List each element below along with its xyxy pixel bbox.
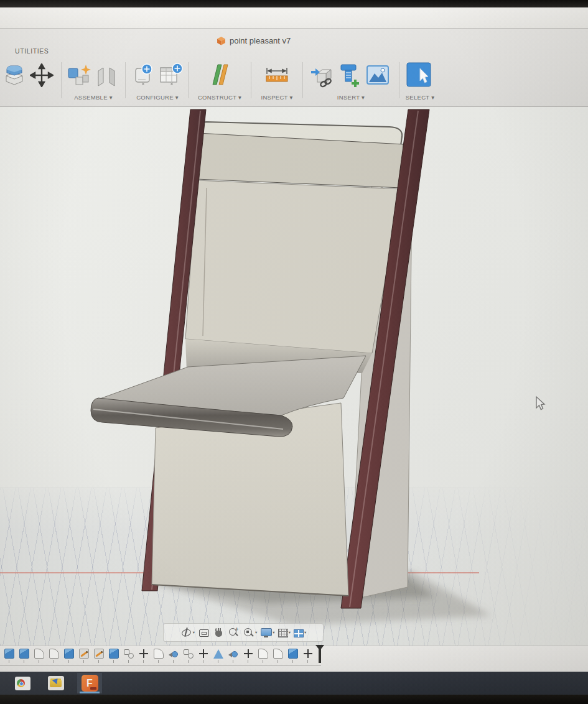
orbit-tool[interactable]: ▾ [180, 627, 195, 639]
dropdown-caret-icon[interactable]: ▾ [193, 631, 195, 635]
timeline-tick [24, 660, 24, 663]
os-taskbar: F [0, 672, 588, 695]
pan-icon [213, 627, 225, 639]
timeline-feature-move[interactable] [198, 649, 208, 663]
grid-icon [278, 629, 288, 637]
layout-grid-tool[interactable]: ▾ [278, 628, 291, 637]
timeline-feature-revolve[interactable] [168, 649, 179, 663]
timeline-playhead[interactable] [319, 649, 321, 663]
zoom-tool[interactable] [228, 627, 240, 639]
toolbar-group-insert: INSERT ▾ [305, 60, 397, 103]
dropdown-caret-icon[interactable]: ▾ [289, 631, 291, 635]
timeline-feature-move[interactable] [243, 649, 253, 663]
configure-menu[interactable]: CONFIGURE ▾ [128, 94, 187, 101]
fusion-360-app-taskbar-button[interactable]: F [77, 673, 102, 693]
timeline-feature-pattern[interactable] [123, 649, 134, 663]
dropdown-caret-icon[interactable]: ▾ [273, 631, 274, 635]
timeline-tick [203, 660, 203, 663]
insert-fastener-icon[interactable] [338, 62, 361, 88]
display-settings-tool[interactable]: ▾ [260, 627, 274, 639]
timeline-feature-fillet[interactable] [153, 649, 164, 663]
fit-tool[interactable]: ▾ [243, 627, 257, 639]
timeline-tick [113, 660, 114, 663]
sketch-feature-icon [79, 649, 89, 659]
timeline-tick [248, 660, 248, 663]
insert-menu[interactable]: INSERT ▾ [305, 94, 397, 101]
pattern-feature-icon [124, 649, 134, 659]
insert-derive-icon[interactable] [310, 65, 335, 90]
timeline-feature-extrude[interactable] [4, 649, 14, 663]
timeline-tick [263, 660, 263, 663]
file-manager-app-taskbar-button[interactable] [44, 673, 68, 693]
fillet-feature-icon [258, 649, 268, 659]
app-letter: F [86, 679, 93, 688]
timeline-feature-sketch[interactable] [93, 649, 104, 663]
timeline-feature-pattern[interactable] [183, 649, 194, 663]
toolbar-group-select: SELECT ▾ [401, 60, 439, 103]
timeline-tick [54, 660, 54, 663]
document-title[interactable]: point pleasant v7 [217, 36, 291, 45]
fillet-feature-icon [34, 649, 44, 659]
timeline-feature-move[interactable] [302, 649, 313, 663]
timeline-tick [233, 660, 233, 663]
fillet-feature-icon [49, 649, 59, 659]
chrome-app-taskbar-button[interactable] [10, 673, 35, 693]
construct-menu[interactable]: CONSTRUCT ▾ [190, 94, 249, 101]
timeline-feature-sketch[interactable] [78, 649, 89, 663]
timeline-tick [39, 660, 39, 663]
view-navigation-bar: ▾▾▾▾▾ [163, 623, 324, 642]
timeline-feature-extrude[interactable] [19, 649, 29, 663]
select-tool-icon[interactable] [406, 62, 431, 87]
chrome-icon [15, 677, 30, 690]
timeline-tick [68, 660, 69, 663]
chair-model[interactable] [0, 107, 588, 646]
move-tool-icon[interactable] [30, 63, 54, 87]
files-icon [48, 676, 64, 690]
configuration-icon[interactable] [132, 63, 157, 88]
timeline-feature-draft[interactable] [213, 649, 223, 663]
vports-icon [294, 629, 304, 637]
fusion-360-screen: point pleasant v7 UTILITIES [0, 0, 588, 704]
toolbar-group-construct: CONSTRUCT ▾ [190, 60, 249, 103]
toolbar-tab-utilities[interactable]: UTILITIES [15, 47, 49, 55]
timeline-feature-extrude[interactable] [63, 649, 74, 663]
timeline-feature-revolve[interactable] [228, 649, 238, 663]
timeline-feature-move[interactable] [138, 649, 149, 663]
timeline-feature-fillet[interactable] [34, 649, 44, 663]
pan-tool[interactable] [213, 627, 225, 639]
select-menu[interactable]: SELECT ▾ [401, 94, 439, 101]
assemble-menu[interactable]: ASSEMBLE ▾ [63, 94, 123, 101]
3d-viewport[interactable]: ▾▾▾▾▾ [0, 107, 588, 646]
chair-back-panel[interactable] [185, 180, 401, 353]
construct-plane-icon[interactable] [209, 62, 231, 87]
configuration-table-icon[interactable] [158, 62, 184, 88]
timeline-feature-extrude[interactable] [287, 649, 298, 663]
move-feature-icon [243, 649, 253, 659]
fillet-feature-icon [154, 649, 164, 659]
revolve-feature-icon [169, 649, 179, 659]
monitor-bezel-top [0, 0, 588, 7]
look-at-tool[interactable] [198, 627, 210, 639]
measure-icon[interactable] [265, 67, 289, 85]
inspect-menu[interactable]: INSPECT ▾ [253, 94, 301, 101]
toolbar-separator [251, 62, 251, 98]
timeline-feature-extrude[interactable] [108, 649, 119, 663]
new-component-icon[interactable] [67, 63, 92, 88]
dropdown-caret-icon[interactable]: ▾ [304, 631, 306, 635]
timeline-tick [9, 660, 9, 663]
viewports-tool[interactable]: ▾ [294, 628, 306, 637]
timeline-feature-fillet[interactable] [49, 649, 59, 663]
timeline-ruler [0, 665, 321, 665]
timeline-feature-fillet[interactable] [258, 649, 268, 663]
document-cube-icon [217, 36, 226, 45]
toolbar-separator [125, 62, 126, 98]
joint-icon[interactable] [96, 66, 117, 87]
dropdown-caret-icon[interactable]: ▾ [255, 631, 257, 635]
box-tool-icon[interactable] [4, 62, 25, 86]
timeline-feature-fillet[interactable] [273, 649, 283, 663]
insert-image-icon[interactable] [366, 65, 390, 86]
timeline-tick [98, 660, 99, 663]
sketch-feature-icon [94, 649, 104, 659]
zoomp-icon [228, 627, 240, 639]
timeline-tick [188, 660, 189, 663]
